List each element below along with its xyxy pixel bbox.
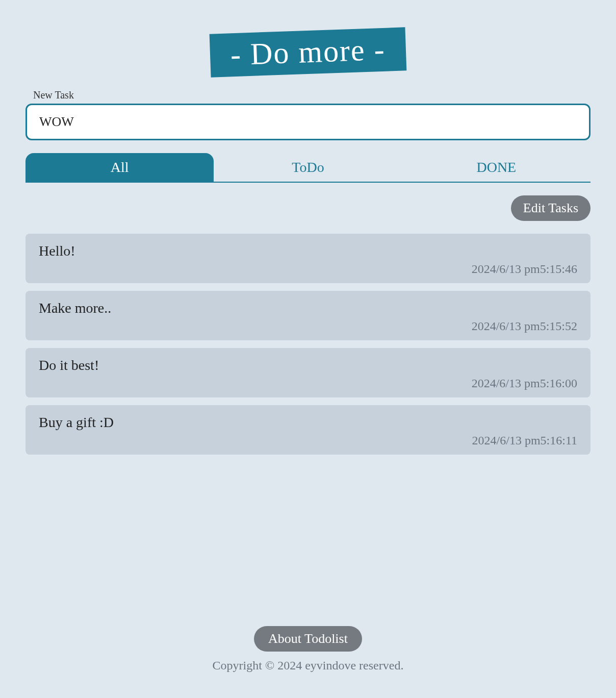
task-title: Make more.. <box>39 300 577 316</box>
tab-done[interactable]: DONE <box>402 153 591 182</box>
footer: About Todolist Copyright © 2024 eyvindov… <box>25 626 591 672</box>
tab-all[interactable]: All <box>25 153 214 182</box>
app-title: - Do more - <box>210 27 406 77</box>
task-title: Hello! <box>39 243 577 259</box>
new-task-input[interactable] <box>25 104 591 140</box>
task-timestamp: 2024/6/13 pm5:15:52 <box>39 319 577 333</box>
task-row[interactable]: Make more.. 2024/6/13 pm5:15:52 <box>25 291 591 340</box>
app-container: - Do more - New Task All ToDo DONE Edit … <box>10 10 606 688</box>
task-title: Do it best! <box>39 357 577 373</box>
task-row[interactable]: Buy a gift :D 2024/6/13 pm5:16:11 <box>25 405 591 455</box>
edit-tasks-button[interactable]: Edit Tasks <box>511 195 591 221</box>
task-timestamp: 2024/6/13 pm5:16:11 <box>39 434 577 447</box>
task-timestamp: 2024/6/13 pm5:15:46 <box>39 262 577 276</box>
task-list: Hello! 2024/6/13 pm5:15:46 Make more.. 2… <box>25 234 591 595</box>
task-title: Buy a gift :D <box>39 414 577 431</box>
task-row[interactable]: Hello! 2024/6/13 pm5:15:46 <box>25 234 591 283</box>
copyright-text: Copyright © 2024 eyvindove reserved. <box>25 659 591 672</box>
new-task-label: New Task <box>33 89 591 101</box>
filter-tabs: All ToDo DONE <box>25 153 591 183</box>
header: - Do more - <box>25 31 591 74</box>
task-timestamp: 2024/6/13 pm5:16:00 <box>39 377 577 390</box>
task-row[interactable]: Do it best! 2024/6/13 pm5:16:00 <box>25 348 591 397</box>
edit-row: Edit Tasks <box>25 195 591 221</box>
about-button[interactable]: About Todolist <box>254 626 362 652</box>
tab-todo[interactable]: ToDo <box>214 153 402 182</box>
new-task-section: New Task <box>25 89 591 140</box>
